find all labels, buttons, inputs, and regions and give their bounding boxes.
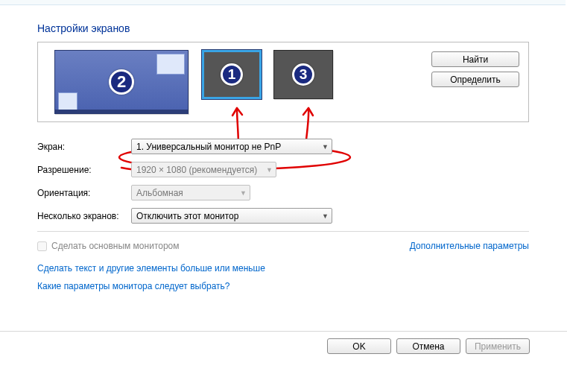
monitor-number-badge: 2 [109, 69, 134, 95]
monitor-number-badge: 1 [221, 63, 243, 86]
make-primary-label: Сделать основным монитором [51, 241, 180, 251]
monitor-2[interactable]: 2 [54, 50, 189, 114]
advanced-settings-link[interactable]: Дополнительные параметры [410, 241, 529, 251]
chevron-down-icon: ▼ [240, 189, 247, 197]
which-params-link[interactable]: Какие параметры монитора следует выбрать… [37, 281, 230, 291]
resolution-select-value: 1920 × 1080 (рекомендуется) [136, 165, 257, 175]
multiple-displays-select[interactable]: Отключить этот монитор ▼ [131, 208, 332, 224]
chevron-down-icon: ▼ [266, 166, 273, 174]
row-orientation: Ориентация: Альбомная ▼ [37, 185, 529, 200]
make-primary-checkbox-input [37, 241, 47, 251]
row-resolution: Разрешение: 1920 × 1080 (рекомендуется) … [37, 162, 529, 177]
row-multiple-displays: Несколько экранов: Отключить этот монито… [37, 208, 529, 224]
thumbnail-taskbar-icon [55, 110, 188, 113]
display-select[interactable]: 1. Универсальный монитор не PnP ▼ [131, 139, 332, 154]
preview-side-buttons: Найти Определить [431, 51, 519, 87]
chevron-down-icon: ▼ [322, 143, 329, 151]
monitor-preview-panel: 2 1 3 Найти Определить [37, 42, 529, 122]
monitor-number-badge: 3 [292, 63, 314, 86]
orientation-select: Альбомная ▼ [131, 185, 250, 200]
page-title: Настройки экранов [37, 22, 529, 34]
label-display: Экран: [37, 142, 131, 152]
row-display: Экран: 1. Универсальный монитор не PnP ▼ [37, 139, 529, 154]
dialog-separator [0, 331, 567, 332]
monitor-3[interactable]: 3 [273, 50, 333, 99]
orientation-select-value: Альбомная [136, 188, 183, 198]
label-resolution: Разрешение: [37, 165, 131, 175]
monitor-layout-canvas[interactable]: 2 1 3 [54, 48, 390, 117]
cancel-button[interactable]: Отмена [396, 338, 460, 354]
row-primary-checkbox: Сделать основным монитором Дополнительны… [37, 241, 529, 251]
label-multiple: Несколько экранов: [37, 211, 131, 221]
display-select-value: 1. Универсальный монитор не PnP [136, 142, 281, 152]
resolution-select: 1920 × 1080 (рекомендуется) ▼ [131, 162, 276, 177]
monitor-1-selected[interactable]: 1 [202, 50, 262, 99]
multiple-displays-value: Отключить этот монитор [136, 211, 238, 221]
divider [37, 231, 529, 232]
chevron-down-icon: ▼ [322, 212, 329, 220]
content-area: Настройки экранов 2 1 3 Найти Определить… [37, 22, 529, 299]
identify-button[interactable]: Определить [431, 72, 519, 87]
dialog-button-bar: OK Отмена Применить [327, 338, 530, 354]
window-top-edge [0, 0, 566, 5]
thumbnail-window-icon [58, 92, 77, 110]
ok-button[interactable]: OK [327, 338, 391, 354]
apply-button: Применить [466, 338, 530, 354]
make-primary-checkbox: Сделать основным монитором [37, 241, 180, 251]
thumbnail-window-icon [156, 54, 185, 75]
text-size-link[interactable]: Сделать текст и другие элементы больше и… [37, 263, 265, 274]
label-orientation: Ориентация: [37, 188, 131, 198]
find-button[interactable]: Найти [431, 51, 519, 67]
